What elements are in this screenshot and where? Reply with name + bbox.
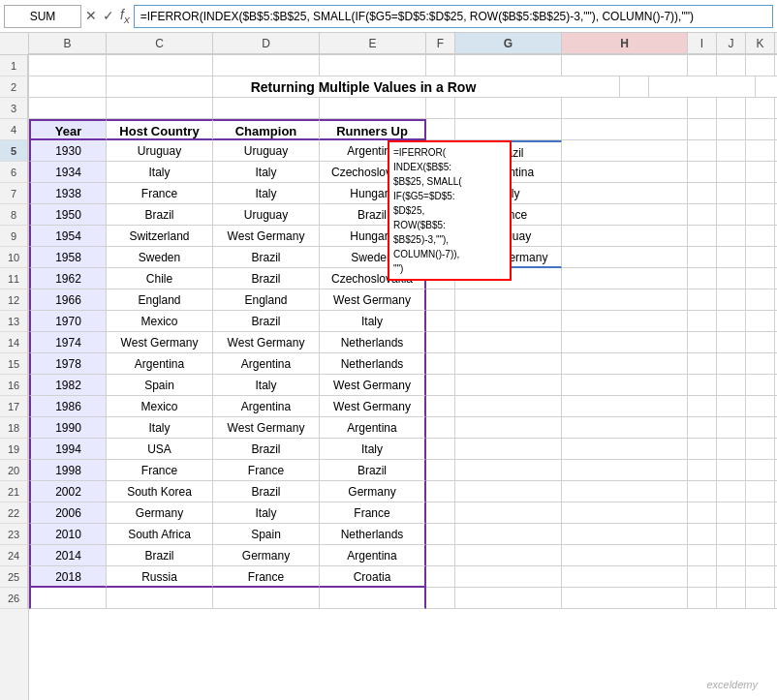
cell-h13[interactable] bbox=[562, 311, 688, 332]
cell-f24[interactable] bbox=[426, 545, 455, 566]
cell-i5[interactable] bbox=[688, 140, 717, 162]
cell-f3[interactable] bbox=[426, 98, 455, 119]
cell-j7[interactable] bbox=[717, 183, 746, 204]
cell-c14[interactable]: West Germany bbox=[107, 332, 213, 353]
cell-h21[interactable] bbox=[562, 481, 688, 502]
cell-b13[interactable]: 1970 bbox=[29, 311, 107, 332]
cell-c16[interactable]: Spain bbox=[107, 375, 213, 396]
row-7[interactable]: 7 bbox=[0, 183, 28, 204]
cell-h3[interactable] bbox=[562, 98, 688, 119]
cell-h9[interactable] bbox=[562, 226, 688, 247]
cell-h10[interactable] bbox=[562, 247, 688, 268]
cell-c11[interactable]: Chile bbox=[107, 268, 213, 289]
cell-k9[interactable] bbox=[746, 226, 775, 247]
cell-c5[interactable]: Uruguay bbox=[107, 140, 213, 162]
cell-g1[interactable] bbox=[455, 55, 562, 76]
cell-k21[interactable] bbox=[746, 481, 775, 502]
cell-k12[interactable] bbox=[746, 289, 775, 311]
cell-k18[interactable] bbox=[746, 417, 775, 439]
cell-f22[interactable] bbox=[426, 502, 455, 524]
row-8[interactable]: 8 bbox=[0, 204, 28, 226]
cell-j22[interactable] bbox=[717, 502, 746, 524]
cell-b2[interactable] bbox=[29, 76, 107, 98]
row-23[interactable]: 23 bbox=[0, 524, 28, 545]
cell-b3[interactable] bbox=[29, 98, 107, 119]
cell-b14[interactable]: 1974 bbox=[29, 332, 107, 353]
cell-j25[interactable] bbox=[717, 566, 746, 588]
row-16[interactable]: 16 bbox=[0, 375, 28, 396]
cell-f19[interactable] bbox=[426, 439, 455, 460]
cell-j21[interactable] bbox=[717, 481, 746, 502]
cell-i24[interactable] bbox=[688, 545, 717, 566]
col-header-f[interactable]: F bbox=[426, 33, 455, 54]
cell-h15[interactable] bbox=[562, 353, 688, 375]
cell-b10[interactable]: 1958 bbox=[29, 247, 107, 268]
cell-e14[interactable]: Netherlands bbox=[320, 332, 426, 353]
row-20[interactable]: 20 bbox=[0, 460, 28, 481]
cell-e25[interactable]: Croatia bbox=[320, 566, 426, 588]
cell-f25[interactable] bbox=[426, 566, 455, 588]
col-header-g[interactable]: G bbox=[455, 33, 562, 54]
cell-b8[interactable]: 1950 bbox=[29, 204, 107, 226]
cell-c25[interactable]: Russia bbox=[107, 566, 213, 588]
cell-g24[interactable] bbox=[455, 545, 562, 566]
cell-b18[interactable]: 1990 bbox=[29, 417, 107, 439]
cell-e23[interactable]: Netherlands bbox=[320, 524, 426, 545]
cell-b17[interactable]: 1986 bbox=[29, 396, 107, 417]
cell-i26[interactable] bbox=[688, 588, 717, 609]
cell-j8[interactable] bbox=[717, 204, 746, 226]
cell-h16[interactable] bbox=[562, 375, 688, 396]
cell-h12[interactable] bbox=[562, 289, 688, 311]
cell-f21[interactable] bbox=[426, 481, 455, 502]
cell-d14[interactable]: West Germany bbox=[213, 332, 320, 353]
cell-k23[interactable] bbox=[746, 524, 775, 545]
cell-d25[interactable]: France bbox=[213, 566, 320, 588]
cell-d3[interactable] bbox=[213, 98, 320, 119]
cell-k3[interactable] bbox=[746, 98, 775, 119]
cell-b24[interactable]: 2014 bbox=[29, 545, 107, 566]
cell-f16[interactable] bbox=[426, 375, 455, 396]
cell-h24[interactable] bbox=[562, 545, 688, 566]
row-15[interactable]: 15 bbox=[0, 353, 28, 375]
cell-j13[interactable] bbox=[717, 311, 746, 332]
cell-j24[interactable] bbox=[717, 545, 746, 566]
row-17[interactable]: 17 bbox=[0, 396, 28, 417]
cell-j17[interactable] bbox=[717, 396, 746, 417]
cell-f17[interactable] bbox=[426, 396, 455, 417]
cell-e15[interactable]: Netherlands bbox=[320, 353, 426, 375]
function-icon[interactable]: fx bbox=[120, 7, 130, 25]
cell-d12[interactable]: England bbox=[213, 289, 320, 311]
cell-j18[interactable] bbox=[717, 417, 746, 439]
cell-c20[interactable]: France bbox=[107, 460, 213, 481]
cell-d13[interactable]: Brazil bbox=[213, 311, 320, 332]
cell-e13[interactable]: Italy bbox=[320, 311, 426, 332]
cell-g15[interactable] bbox=[455, 353, 562, 375]
cell-j12[interactable] bbox=[717, 289, 746, 311]
cell-i25[interactable] bbox=[688, 566, 717, 588]
cell-k1[interactable] bbox=[746, 55, 775, 76]
cell-d26[interactable] bbox=[213, 588, 320, 609]
cell-k5[interactable] bbox=[746, 140, 775, 162]
cell-j14[interactable] bbox=[717, 332, 746, 353]
cell-g22[interactable] bbox=[455, 502, 562, 524]
cell-h22[interactable] bbox=[562, 502, 688, 524]
cell-g12[interactable] bbox=[455, 289, 562, 311]
cell-h4[interactable] bbox=[562, 119, 688, 140]
cell-d1[interactable] bbox=[213, 55, 320, 76]
cell-e17[interactable]: West Germany bbox=[320, 396, 426, 417]
cell-d16[interactable]: Italy bbox=[213, 375, 320, 396]
cell-g25[interactable] bbox=[455, 566, 562, 588]
cell-i15[interactable] bbox=[688, 353, 717, 375]
row-26[interactable]: 26 bbox=[0, 588, 28, 609]
cell-b20[interactable]: 1998 bbox=[29, 460, 107, 481]
cell-c19[interactable]: USA bbox=[107, 439, 213, 460]
cell-k14[interactable] bbox=[746, 332, 775, 353]
cell-h6[interactable] bbox=[562, 162, 688, 183]
row-2[interactable]: 2 bbox=[0, 76, 28, 98]
cell-f1[interactable] bbox=[426, 55, 455, 76]
row-12[interactable]: 12 bbox=[0, 289, 28, 311]
cell-b7[interactable]: 1938 bbox=[29, 183, 107, 204]
cell-f18[interactable] bbox=[426, 417, 455, 439]
cell-i12[interactable] bbox=[688, 289, 717, 311]
cell-b5[interactable]: 1930 bbox=[29, 140, 107, 162]
